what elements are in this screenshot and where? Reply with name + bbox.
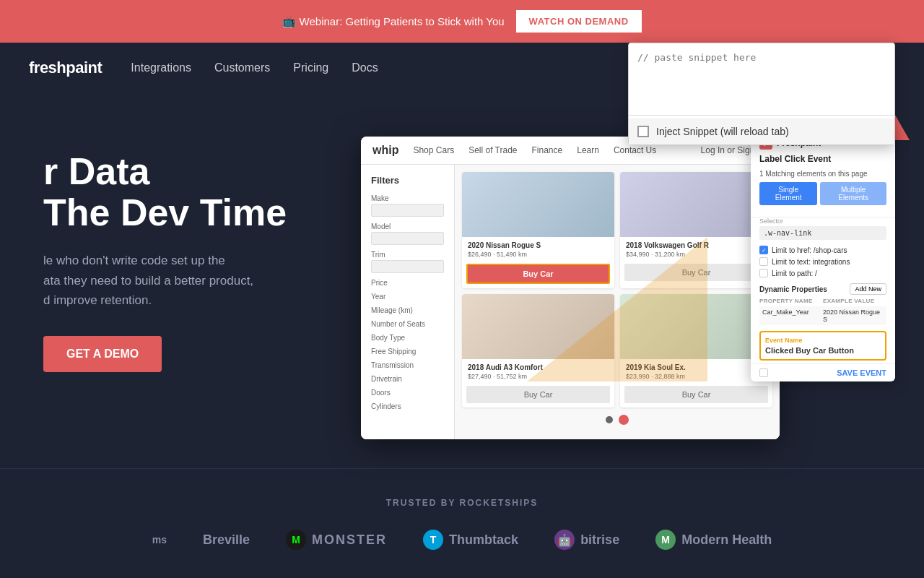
fp-btn-row: Single Element Multiple Elements <box>759 182 886 205</box>
hero-subtitle: le who don't write code set up theata th… <box>43 251 332 310</box>
hero-title: r Data The Dev Time <box>43 151 332 233</box>
nav-logo: freshpaint <box>29 59 102 77</box>
car-image-audi <box>462 294 614 359</box>
fp-dynamic-label: Dynamic Properties <box>759 285 827 293</box>
get-demo-button[interactable]: GET A DEMO <box>43 336 162 372</box>
fp-footer: SAVE EVENT <box>751 363 895 381</box>
car-info-nissan: 2020 Nissan Rogue S $26,490 · 51,490 km <box>462 237 614 264</box>
mockup-nav-learn: Learn <box>577 145 599 155</box>
trusted-section: TRUSTED BY ROCKETSHIPS ms Breville M MON… <box>0 468 924 578</box>
fp-single-element-btn[interactable]: Single Element <box>759 182 817 205</box>
car-price-audi: $27,490 · 51,752 km <box>468 373 609 380</box>
filter-drive-label: Drivetrain <box>371 375 444 383</box>
fp-multiple-elements-btn[interactable]: Multiple Elements <box>820 182 886 205</box>
fp-body: Selector .w-nav-link ✓ Limit to href: /s… <box>751 217 895 361</box>
banner-text: 📺 Webinar: Getting Patients to Stick wit… <box>282 15 504 28</box>
fp-prop-value: 2020 Nissan Rogue S <box>823 309 884 323</box>
logos-row: ms Breville M MONSTER T Thumbtack 🤖 bitr… <box>43 530 881 550</box>
mockup-logo: whip <box>372 144 398 157</box>
filter-cylinders-label: Cylinders <box>371 402 444 410</box>
dot-1[interactable] <box>606 416 613 423</box>
logo-item-modernhealth: M Modern Health <box>655 530 772 550</box>
fp-event-name-section: Event Name Clicked Buy Car Button <box>759 331 886 361</box>
mockup-nav-shop: Shop Cars <box>413 145 454 155</box>
fp-save-event-btn[interactable]: SAVE EVENT <box>837 368 886 377</box>
nav-link-integrations[interactable]: Integrations <box>131 61 191 74</box>
snippet-popup: Inject Snippet (will reload tab) <box>628 43 895 145</box>
fp-checkbox-path: Limit to path: / <box>759 269 886 277</box>
mockup-nav-finance: Finance <box>532 145 563 155</box>
fp-check-path-icon[interactable] <box>759 269 768 277</box>
modernhealth-icon: M <box>655 530 676 550</box>
filter-price-label: Price <box>371 279 444 287</box>
car-price-kia: $23,990 · 32,888 km <box>626 373 767 380</box>
fp-check-integrations-icon[interactable] <box>759 257 768 266</box>
car-price-nissan: $26,490 · 51,490 km <box>468 251 609 258</box>
car-image-kia <box>620 294 772 359</box>
fp-table-header: PROPERTY NAME EXAMPLE VALUE <box>759 298 886 304</box>
fp-checkbox-shopcars-label: Limit to href: /shop-cars <box>772 246 847 254</box>
fp-matching-text: 1 Matching elements on this page <box>759 170 886 178</box>
car-image-golf <box>620 172 772 237</box>
car-name-nissan: 2020 Nissan Rogue S <box>468 241 609 249</box>
watch-demand-button[interactable]: WATCH ON DEMAND <box>516 10 642 33</box>
announcement-banner: 📺 Webinar: Getting Patients to Stick wit… <box>0 0 924 43</box>
filter-trim-label: Trim <box>371 251 444 259</box>
filter-model-input[interactable] <box>371 232 444 245</box>
filter-make-input[interactable] <box>371 204 444 217</box>
fp-checkbox-integrations-label: Limit to text: integrations <box>772 258 850 266</box>
filter-make-label: Make <box>371 194 444 202</box>
mockup-nav-contact: Contact Us <box>614 145 656 155</box>
inject-snippet-checkbox[interactable] <box>637 126 649 137</box>
car-info-audi: 2018 Audi A3 Komfort $27,490 · 51,752 km <box>462 359 614 386</box>
fp-event-name-label: Event Name <box>765 337 881 344</box>
trusted-title: TRUSTED BY ROCKETSHIPS <box>43 498 881 508</box>
dot-2-active[interactable] <box>619 415 629 425</box>
filters-title: Filters <box>371 175 444 186</box>
logo-item-breville: Breville <box>203 532 250 548</box>
car-info-golf: 2018 Volkswagen Golf R $34,990 · 31,200 … <box>620 237 772 264</box>
fp-checkbox-path-label: Limit to path: / <box>772 269 817 277</box>
buy-car-button-nissan[interactable]: Buy Car <box>466 264 610 284</box>
buy-car-button-audi[interactable]: Buy Car <box>466 386 610 403</box>
fp-event-name-input[interactable]: Clicked Buy Car Button <box>765 346 881 355</box>
freshpaint-panel: F Freshpaint Label Click Event 1 Matchin… <box>751 129 895 381</box>
buy-car-button-kia[interactable]: Buy Car <box>624 386 768 403</box>
fp-selector-label: Selector <box>759 217 886 225</box>
product-mockup: whip Shop Cars Sell of Trade Finance Lea… <box>361 137 780 439</box>
logo-item-ms: ms <box>152 534 167 545</box>
fp-col-property: PROPERTY NAME <box>759 298 823 304</box>
thumbtack-icon: T <box>423 530 443 550</box>
bitrise-icon: 🤖 <box>554 530 575 550</box>
fp-add-new-btn[interactable]: Add New <box>850 283 886 295</box>
car-name-kia: 2019 Kia Soul Ex. <box>626 363 767 371</box>
fp-check-shopcars-icon[interactable]: ✓ <box>759 246 768 254</box>
mockup-filters-sidebar: Filters Make Model Trim Price Year Milea… <box>361 165 455 439</box>
filter-trim-input[interactable] <box>371 260 444 273</box>
filter-year-label: Year <box>371 293 444 301</box>
buy-car-button-golf[interactable]: Buy Car <box>624 264 768 281</box>
nav-link-customers[interactable]: Customers <box>214 61 270 74</box>
logo-ms-text: ms <box>152 534 167 545</box>
snippet-textarea[interactable] <box>629 43 894 116</box>
hero-section: r Data The Dev Time le who don't write c… <box>0 93 924 468</box>
car-card-kia: 2019 Kia Soul Ex. $23,990 · 32,888 km Bu… <box>620 294 772 407</box>
snippet-footer: Inject Snippet (will reload tab) <box>629 118 894 144</box>
nav-link-docs[interactable]: Docs <box>352 61 378 74</box>
car-card-golf: 2018 Volkswagen Golf R $34,990 · 31,200 … <box>620 172 772 288</box>
filter-mileage-label: Mileage (km) <box>371 306 444 314</box>
hero-title-line2: The Dev Time <box>43 191 287 233</box>
car-listings: 2020 Nissan Rogue S $26,490 · 51,490 km … <box>455 165 780 439</box>
car-card-audi: 2018 Audi A3 Komfort $27,490 · 51,752 km… <box>462 294 614 407</box>
product-area: whip Shop Cars Sell of Trade Finance Lea… <box>361 137 881 439</box>
filter-seats-label: Number of Seats <box>371 320 444 328</box>
filter-body-label: Body Type <box>371 334 444 342</box>
inject-snippet-label: Inject Snippet (will reload tab) <box>656 126 789 137</box>
logo-item-thumbtack: T Thumbtack <box>423 530 518 550</box>
nav-link-pricing[interactable]: Pricing <box>293 61 328 74</box>
pagination-dots <box>606 415 629 425</box>
mockup-body: Filters Make Model Trim Price Year Milea… <box>361 165 780 439</box>
car-cards-grid: 2020 Nissan Rogue S $26,490 · 51,490 km … <box>462 172 772 407</box>
fp-footer-checkbox[interactable] <box>759 368 768 377</box>
filter-trans-label: Transmission <box>371 361 444 369</box>
